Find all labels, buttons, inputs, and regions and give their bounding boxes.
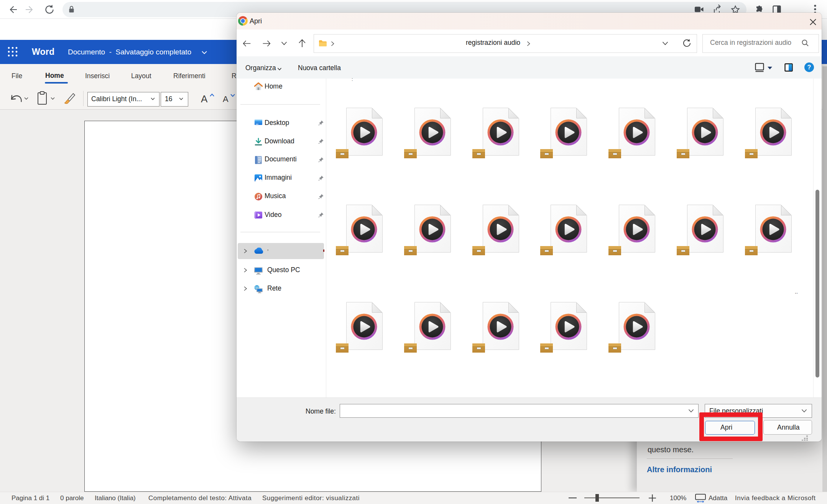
svg-text:?: ? xyxy=(807,64,811,71)
